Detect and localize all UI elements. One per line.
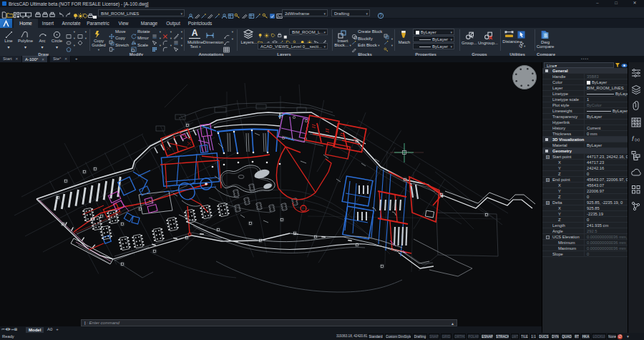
svg-text:(x): (x) (635, 137, 640, 142)
svg-text:?: ? (379, 13, 382, 18)
svg-text:B: B (544, 33, 547, 38)
